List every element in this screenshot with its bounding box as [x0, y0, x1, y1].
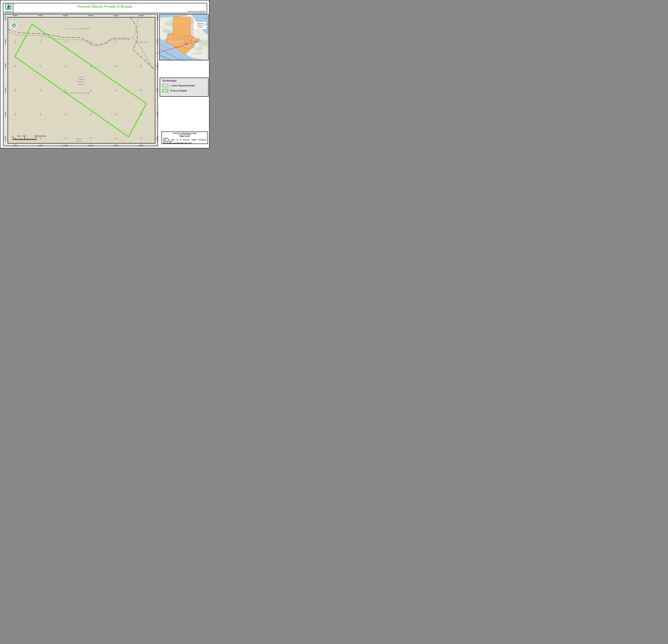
- inset-note-box: Diferendo territorial no resuelto: [194, 22, 207, 29]
- axis-label-x: 560000: [13, 145, 18, 147]
- legend-swatch: [162, 84, 168, 87]
- credits-line: Fuente:: [163, 137, 206, 139]
- page-title: Reserva Natural Privada El Bosque: [3, 4, 207, 9]
- compass-n-label: N: [13, 19, 15, 21]
- legend-item: Límite Departamental: [162, 84, 195, 87]
- axis-tick-bottom: [116, 144, 116, 145]
- axis-label-x: 563000: [88, 15, 93, 16]
- inset-country-label: Guatemala: [168, 41, 184, 43]
- legend-swatch: [162, 89, 168, 92]
- inset-water-label-1: Gu: [205, 17, 207, 19]
- axis-label-x: 561000: [38, 145, 43, 147]
- axis-label-x: 564000: [113, 15, 118, 16]
- header: CONAP Reserva Natural Privada El Bosque …: [3, 3, 207, 13]
- axis-tick-bottom: [40, 144, 41, 145]
- axis-tick-top: [91, 17, 91, 17]
- axis-label-y: 1671000: [157, 111, 158, 117]
- credits-box: Sistema de coordenadas proyectadasProyec…: [162, 131, 208, 144]
- department-label-el-progreso: EL PROGRESO: [65, 92, 91, 94]
- scale-bar-value: 0: [12, 135, 13, 137]
- inset-road-number: 721: [161, 51, 163, 52]
- axis-tick-top: [116, 17, 116, 17]
- credits-line: Base de datos cartografía básica IGN 201…: [163, 142, 206, 144]
- axis-label-x: 562000: [63, 145, 68, 147]
- axis-tick-left: [7, 42, 8, 42]
- axis-label-x: 565000: [139, 145, 143, 147]
- compass-star: [10, 21, 18, 30]
- axis-label-y: 1674000: [4, 39, 6, 45]
- axis-label-x: 562000: [63, 15, 68, 16]
- axis-tick-right: [156, 42, 156, 42]
- axis-tick-top: [40, 17, 41, 17]
- inset-city-san-salvador: San Salvador: [193, 52, 202, 54]
- inset-map: Diferendo territorial no resuelto Guatem…: [159, 14, 209, 60]
- inset-city-guatemala: Guatemala: [183, 45, 189, 46]
- axis-label-y: 1674000: [157, 39, 158, 45]
- axis-tick-bottom: [65, 144, 66, 145]
- inset-water-label-2: Hond: [204, 23, 208, 25]
- axis-tick-bottom: [91, 144, 91, 145]
- axis-tick-left: [7, 138, 8, 139]
- document-code: DAGeos-368-2026-BS: [188, 11, 206, 12]
- conap-wordmark: CONAP: [3, 11, 13, 13]
- map-canvas: N E S O ALTA VERAPAZ ZACAPA EL PROGRESO …: [7, 17, 155, 143]
- axis-tick-right: [156, 138, 156, 139]
- axis-label-x: 563000: [88, 145, 93, 147]
- axis-tick-bottom: [15, 144, 15, 145]
- scale-bar-value: 0.24: [17, 135, 20, 137]
- axis-tick-top: [15, 17, 15, 17]
- axis-label-y: 1670000: [4, 136, 6, 141]
- compass-s-label: S: [13, 30, 15, 32]
- axis-label-y: 1670000: [157, 136, 158, 141]
- axis-tick-left: [7, 18, 8, 18]
- axis-label-x: 565000: [139, 15, 143, 16]
- legend-title: Simbología: [162, 79, 176, 82]
- map-frame: N E S O ALTA VERAPAZ ZACAPA EL PROGRESO …: [3, 14, 158, 146]
- svg-text:territorial no: territorial no: [197, 25, 204, 26]
- axis-label-y: 1673000: [157, 63, 158, 69]
- scale-bar-value: 0.47: [23, 135, 26, 137]
- axis-label-y: 1672000: [157, 87, 158, 93]
- axis-label-x: 560000: [13, 15, 18, 16]
- axis-tick-right: [156, 18, 156, 18]
- axis-label-y: 1673000: [4, 63, 6, 69]
- reserve-name-label-clipped: ReservaNaturalPrivada: [76, 138, 82, 143]
- axis-label-y: 1672000: [4, 87, 6, 93]
- axis-label-x: 561000: [38, 15, 43, 16]
- department-label-alta-verapaz: ALTA VERAPAZ: [65, 28, 90, 30]
- axis-tick-top: [65, 17, 66, 17]
- svg-text:Diferendo: Diferendo: [197, 23, 203, 24]
- legend-item-label: Área protegida: [170, 89, 187, 92]
- credits-line: Datum WGS84: [163, 136, 206, 137]
- map-sheet: CONAP Reserva Natural Privada El Bosque …: [0, 0, 210, 148]
- axis-label-y: 1675000: [157, 15, 158, 21]
- compass-e-label: E: [19, 24, 20, 27]
- axis-label-x: 564000: [113, 145, 118, 147]
- legend-item-label: Límite Departamental: [170, 84, 195, 87]
- inset-honduras-partial: H o: [206, 44, 208, 47]
- legend-item: Área protegida: [162, 89, 187, 92]
- reserve-name-label: ReservaNaturalPrivada ElBosque: [77, 76, 85, 85]
- axis-label-y: 1671000: [4, 111, 6, 117]
- department-label-zacapa: ZACAPA: [137, 41, 150, 43]
- legend: Simbología Límite DepartamentalÁrea prot…: [160, 78, 209, 97]
- scale-bar-end-value: 0.95 Kilómetros: [34, 135, 46, 137]
- axis-label-y: 1675000: [4, 15, 6, 21]
- svg-text:resuelto: resuelto: [198, 27, 203, 28]
- compass-rose-icon: N E S O: [7, 18, 21, 32]
- compass-o-label: O: [7, 24, 9, 27]
